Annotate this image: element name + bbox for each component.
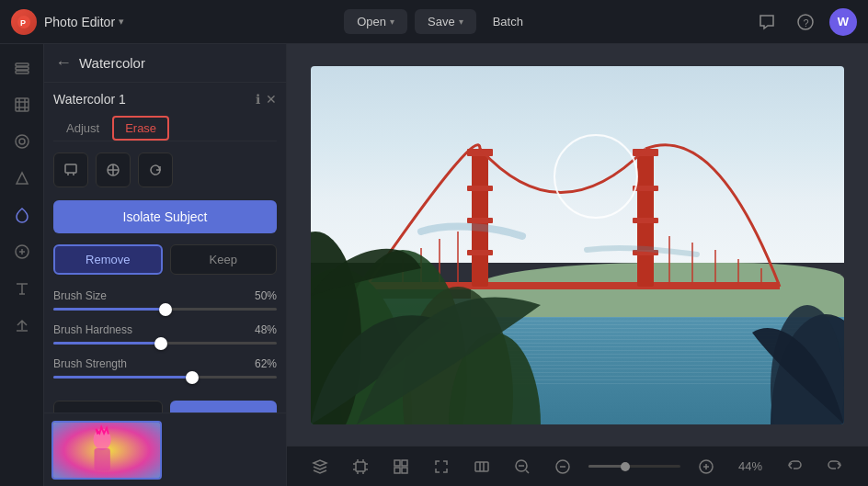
apply-button[interactable]: Apply [170,401,278,413]
svg-rect-7 [16,98,29,111]
brush-icon-button[interactable] [53,153,88,187]
svg-rect-5 [16,67,29,70]
sidebar-text-btn[interactable] [6,272,39,305]
batch-button[interactable]: Batch [484,9,532,34]
watercolor-header: Watercolor 1 ℹ ✕ [53,92,277,107]
undo-button[interactable] [780,452,809,481]
svg-rect-44 [356,462,365,471]
canvas-image[interactable] [311,66,844,424]
brush-size-slider[interactable] [53,308,277,311]
aspect-icon-button[interactable] [467,452,497,481]
brush-hardness-group: Brush Hardness 48% [53,323,277,345]
tab-adjust[interactable]: Adjust [53,116,112,141]
layers-icon-button[interactable] [305,452,335,481]
svg-point-9 [19,139,25,144]
sidebar-watercolor-btn[interactable] [6,198,39,232]
tab-erase[interactable]: Erase [112,116,169,141]
sidebar-retouch-btn[interactable] [6,235,39,268]
zoom-value: 44% [732,459,769,473]
grid-icon-button[interactable] [386,452,416,481]
tabs: Adjust Erase [53,116,277,141]
help-icon-button[interactable]: ? [791,7,820,37]
topbar-center: Open ▾ Save ▾ Batch [131,9,745,34]
sidebar-adjust-btn[interactable] [6,125,39,158]
topbar: P Photo Editor ▾ Open ▾ Save ▾ Batch ? W [0,0,868,44]
app-name-chevron: ▾ [119,16,124,28]
comment-icon-button[interactable] [752,7,782,37]
svg-text:?: ? [804,17,809,28]
app-name: Photo Editor [44,15,115,29]
save-button[interactable]: Save ▾ [415,9,476,34]
zoom-out-button[interactable] [508,452,537,481]
icon-row [53,153,277,187]
thumbnail-strip [44,413,286,486]
brush-size-group: Brush Size 50% [53,289,277,311]
brush-size-value: 50% [255,289,277,302]
bottom-bar: 44% [287,446,868,486]
svg-text:P: P [20,18,26,28]
thumbnail[interactable] [51,421,162,480]
topbar-right: ? W [752,7,857,37]
svg-rect-45 [394,460,400,466]
brush-strength-group: Brush Strength 62% [53,357,277,379]
svg-rect-47 [394,468,400,473]
brush-hardness-slider[interactable] [53,342,277,345]
svg-rect-11 [65,164,76,173]
brush-strength-slider[interactable] [53,376,277,379]
avatar[interactable]: W [829,8,857,36]
close-icon-button[interactable]: ✕ [266,92,277,107]
pattern-icon-button[interactable] [96,153,131,187]
remove-button[interactable]: Remove [53,244,163,275]
brush-hardness-value: 48% [255,323,277,336]
svg-rect-15 [94,448,109,470]
svg-rect-4 [16,63,29,66]
svg-rect-6 [16,71,29,73]
sidebar-export-btn[interactable] [6,309,39,342]
panel-header: ← Watercolor [44,44,286,83]
remove-keep-row: Remove Keep [53,244,277,275]
reset-icon-button[interactable] [138,153,173,187]
zoom-slider[interactable] [588,465,680,468]
canvas-area: 44% [287,44,868,486]
svg-rect-48 [402,468,407,473]
sidebar-effects-btn[interactable] [6,162,39,195]
isolate-subject-button[interactable]: Isolate Subject [53,200,277,233]
canvas-viewport[interactable] [287,44,868,446]
app-logo: P [11,9,37,35]
watercolor-panel: Watercolor 1 ℹ ✕ Adjust Erase [44,83,286,413]
keep-button[interactable]: Keep [170,244,278,275]
cancel-button[interactable]: Cancel [53,401,163,413]
svg-rect-49 [475,462,488,471]
watercolor-header-icons: ℹ ✕ [256,92,277,107]
icon-sidebar [0,44,44,486]
expand-icon-button[interactable] [427,452,456,481]
brush-strength-label: Brush Strength [53,357,127,370]
redo-button[interactable] [820,452,850,481]
sidebar-frames-btn[interactable] [6,88,39,121]
brush-size-label: Brush Size [53,289,107,302]
watercolor-title: Watercolor 1 [53,92,126,107]
info-icon-button[interactable]: ℹ [256,92,260,107]
brush-hardness-label: Brush Hardness [53,323,132,336]
minus-circle-button[interactable] [548,452,577,481]
plus-circle-button[interactable] [691,452,721,481]
svg-rect-46 [402,460,407,466]
panel: ← Watercolor Watercolor 1 ℹ ✕ Adjust Era… [44,44,287,486]
crop-icon-button[interactable] [346,452,375,481]
open-button[interactable]: Open ▾ [344,9,407,34]
main-body: ← Watercolor Watercolor 1 ℹ ✕ Adjust Era… [0,44,868,486]
brush-strength-value: 62% [255,357,277,370]
action-row: Cancel Apply [53,391,277,413]
sidebar-layers-btn[interactable] [6,51,39,85]
svg-point-8 [16,135,29,148]
panel-back-button[interactable]: ← [55,53,72,73]
panel-title: Watercolor [79,55,145,71]
